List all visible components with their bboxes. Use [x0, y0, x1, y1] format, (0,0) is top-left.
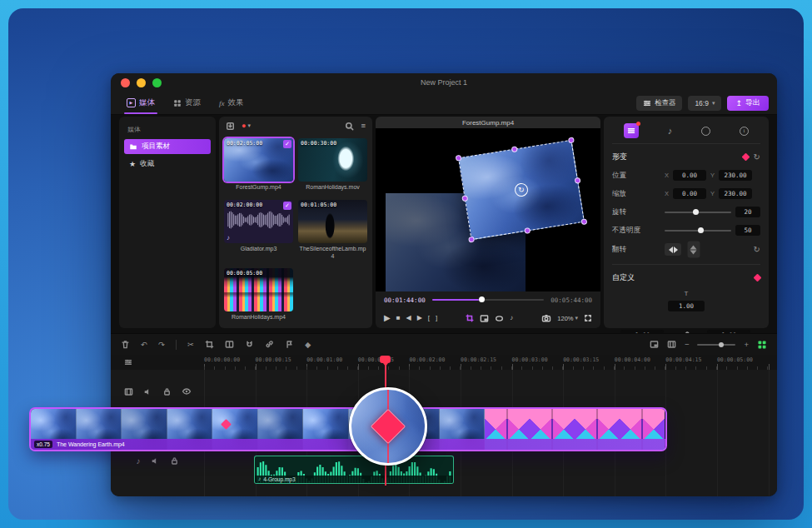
keyframe-diamond[interactable] — [371, 409, 406, 444]
thumbnail[interactable]: 00:02:05:00 ✓ — [224, 138, 293, 182]
transform-handle[interactable] — [575, 177, 581, 184]
transform-handle[interactable] — [461, 195, 468, 202]
slider-handle[interactable] — [693, 209, 699, 215]
pip-icon[interactable] — [650, 340, 659, 349]
transform-handle[interactable] — [456, 155, 462, 162]
timeline-audio-clip[interactable]: ♪ 4-Group.mp3 — [254, 456, 454, 484]
thumbnail[interactable]: 00:00:05:00 — [224, 268, 293, 311]
audio-icon[interactable]: ♪ — [510, 315, 513, 321]
list-item[interactable]: 00:02:05:00 ✓ ForestGump.mp4 — [224, 138, 293, 192]
inspector-toggle-button[interactable]: 检查器 — [636, 96, 683, 111]
trash-icon[interactable] — [121, 340, 130, 349]
search-icon[interactable] — [345, 122, 354, 131]
seek-handle[interactable] — [479, 296, 485, 302]
tab-info[interactable]: i — [740, 127, 749, 136]
manage-tracks-icon[interactable] — [124, 358, 132, 366]
split-scissors-icon[interactable]: ✂ — [187, 341, 194, 349]
keyframe-toggle-icon[interactable] — [754, 274, 762, 282]
speaker-icon[interactable] — [151, 456, 160, 466]
split-screen-icon[interactable] — [225, 340, 234, 349]
top-value-field[interactable]: 1.00 — [668, 301, 705, 311]
keyframe-toggle-icon[interactable] — [741, 153, 750, 162]
play-button[interactable]: ▶ — [384, 314, 391, 322]
fullscreen-icon[interactable] — [584, 314, 592, 322]
undo-icon[interactable]: ↶ — [141, 341, 147, 349]
record-button[interactable]: ● ▾ — [242, 122, 251, 130]
timeline-video-clip[interactable]: x0.75 The Wandering Earth.mp4 — [29, 407, 667, 451]
snapshot-camera-icon[interactable] — [541, 313, 551, 323]
sidebar-item-favorites[interactable]: ★ 收藏 — [124, 157, 211, 172]
list-item[interactable]: 00:00:30:00 RomanHolidays.mov — [298, 138, 367, 192]
opacity-slider[interactable] — [665, 230, 731, 232]
reset-icon[interactable]: ↻ — [754, 246, 760, 254]
reset-icon[interactable]: ↻ — [754, 153, 760, 162]
film-track-icon[interactable] — [124, 387, 133, 396]
mask-icon[interactable] — [495, 314, 504, 323]
timeline-ruler[interactable]: 00:00:00:00 00:00:00:15 00:00:01:00 00:0… — [111, 355, 777, 370]
list-item[interactable]: 00:00:05:00 RomanHolidays.mp4 — [224, 268, 293, 321]
playhead-handle[interactable] — [380, 356, 391, 363]
preview-zoom-select[interactable]: 120% ▾ — [557, 315, 578, 322]
position-y-field[interactable]: 230.00 — [719, 170, 752, 181]
lock-icon[interactable] — [170, 456, 179, 466]
tab-video-settings[interactable] — [624, 123, 639, 138]
pip-icon[interactable] — [480, 314, 489, 323]
magnet-icon[interactable] — [245, 340, 254, 349]
rotate-value-field[interactable]: 20 — [735, 207, 760, 217]
slider-handle[interactable] — [698, 227, 704, 233]
keyframe-tool-icon[interactable]: ◆ — [305, 341, 311, 349]
tab-media[interactable]: ▶ 媒体 — [119, 92, 162, 114]
zoom-in-icon[interactable]: + — [744, 341, 749, 349]
rotate-slider[interactable] — [665, 212, 731, 213]
tab-audio-settings[interactable]: ♪ — [668, 126, 673, 136]
previous-frame-button[interactable]: ◀ — [406, 315, 411, 321]
link-icon[interactable] — [265, 340, 274, 349]
sidebar-item-project-media[interactable]: 项目素材 — [124, 139, 211, 154]
list-item[interactable]: 00:02:00:00 ✓ ♪ Gladiator.mp3 — [224, 200, 293, 261]
transform-handle[interactable] — [568, 137, 575, 143]
checkbox[interactable]: ✓ — [283, 140, 291, 148]
timeline-zoom-slider[interactable] — [697, 344, 735, 346]
tab-color-settings[interactable] — [701, 127, 710, 136]
seek-bar[interactable] — [432, 299, 545, 301]
mark-out-button[interactable]: ] — [436, 315, 437, 321]
lock-icon[interactable] — [162, 387, 172, 396]
slider-handle[interactable] — [719, 342, 724, 347]
crop-icon[interactable] — [466, 314, 474, 322]
stop-button[interactable]: ■ — [396, 315, 401, 321]
import-icon[interactable] — [226, 122, 235, 131]
tab-resources[interactable]: 资源 — [166, 92, 208, 114]
thumbnail[interactable]: 00:00:30:00 — [298, 138, 367, 182]
music-note-icon[interactable]: ♪ — [137, 456, 141, 466]
storyboard-grid-icon[interactable] — [757, 340, 767, 350]
export-button[interactable]: ↥ 导出 — [727, 96, 769, 111]
flip-horizontal-button[interactable] — [665, 243, 681, 256]
rotate-gizmo[interactable]: ↻ — [514, 182, 529, 197]
redo-icon[interactable]: ↷ — [158, 341, 165, 349]
checkbox[interactable]: ✓ — [283, 202, 291, 210]
next-frame-button[interactable]: ▶ — [417, 315, 422, 321]
marker-flag-icon[interactable] — [285, 340, 294, 349]
tab-effects[interactable]: fx 效果 — [212, 92, 252, 114]
speaker-icon[interactable] — [143, 387, 152, 396]
transform-handle[interactable] — [511, 146, 518, 152]
mark-in-button[interactable]: [ — [428, 315, 430, 321]
aspect-ratio-select[interactable]: 16:9 ▾ — [688, 96, 721, 111]
preview-viewport[interactable]: ↻ — [376, 128, 600, 291]
flip-vertical-button[interactable] — [688, 242, 700, 258]
scale-x-field[interactable]: 0.00 — [673, 188, 706, 199]
scale-y-field[interactable]: 230.00 — [719, 188, 752, 199]
zoom-out-icon[interactable]: − — [685, 341, 690, 349]
transform-selection[interactable]: ↻ — [458, 140, 585, 240]
position-x-field[interactable]: 0.00 — [673, 170, 706, 181]
list-view-icon[interactable]: ≡ — [361, 122, 366, 130]
thumbnail[interactable]: 00:02:00:00 ✓ ♪ — [224, 200, 293, 243]
crop-icon[interactable] — [205, 340, 214, 349]
mixer-icon[interactable] — [667, 340, 676, 349]
transform-handle[interactable] — [580, 218, 587, 225]
eye-icon[interactable] — [182, 386, 192, 396]
transform-handle[interactable] — [524, 227, 531, 234]
opacity-value-field[interactable]: 50 — [735, 225, 760, 236]
list-item[interactable]: 00:01:05:00 TheSilenceoftheLamb.mp4 — [298, 200, 367, 261]
thumbnail[interactable]: 00:01:05:00 — [298, 200, 367, 243]
